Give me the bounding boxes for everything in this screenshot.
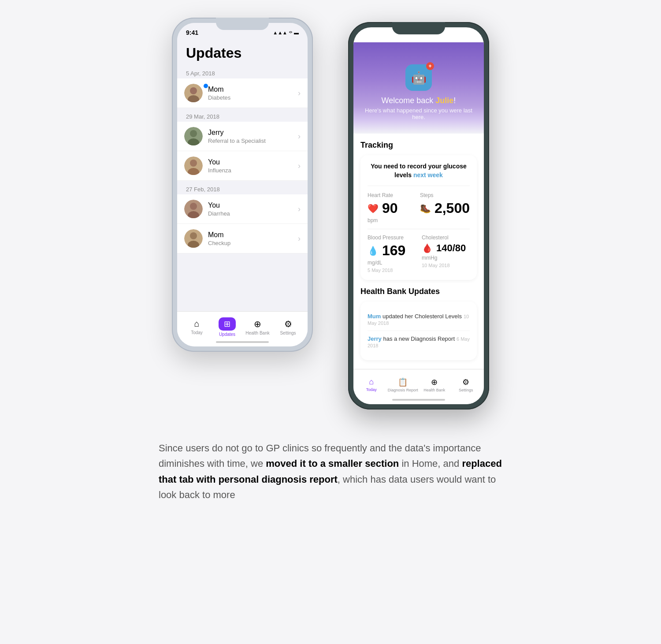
metric-unit-bp: mg/dL: [368, 260, 416, 266]
health-bank-icon-right: ⊕: [431, 377, 438, 387]
welcome-suffix: !: [453, 96, 456, 105]
bot-cross-icon: +: [426, 62, 434, 70]
svg-point-7: [190, 160, 197, 167]
nav-item-updates[interactable]: ⊞ Updates: [212, 317, 242, 337]
item-name-jerry: Jerry: [208, 129, 298, 137]
nav-label-settings-right: Settings: [459, 388, 473, 392]
tracking-section-title: Tracking: [360, 141, 477, 150]
left-status-icons: ▲▲▲ ⌔ ▬: [273, 30, 299, 35]
metric-label-hr: Heart Rate: [368, 192, 414, 198]
steps-icon: 🥾: [420, 203, 431, 214]
metric-label-bp: Blood Pressure: [368, 235, 416, 241]
nav-label-diagnosis: Diagnosis Report: [388, 388, 418, 392]
item-info-jerry: Jerry Referral to a Specialist: [208, 129, 298, 144]
chevron-icon: ›: [298, 132, 301, 141]
health-text-mum: updated her Cholesterol Levels: [381, 313, 462, 320]
item-desc: Diabetes: [208, 94, 298, 101]
description-mid: in Home, and: [399, 458, 462, 469]
health-name-jerry: Jerry: [368, 335, 382, 342]
metric-unit-chol: mmHg: [422, 255, 470, 261]
chevron-icon: ›: [298, 205, 301, 214]
nav-item-settings-left[interactable]: ⚙ Settings: [273, 319, 303, 335]
update-item-mom-diabetes[interactable]: Mom Diabetes ›: [177, 78, 308, 108]
welcome-name: Julie: [435, 96, 453, 105]
item-info-mom-diabetes: Mom Diabetes: [208, 86, 298, 101]
update-item-jerry-referral[interactable]: Jerry Referral to a Specialist ›: [177, 122, 308, 151]
metric-label-chol: Cholesterol: [422, 235, 470, 241]
right-phone-inner: 9:41 ▲▲▲ ⌔ ▬ 🤖 + Welcome back Julie! Her…: [353, 27, 484, 404]
metric-blood-pressure: Blood Pressure 💧 169 mg/dL 5 May 2018: [368, 235, 416, 273]
nav-item-diagnosis[interactable]: 📋 Diagnosis Report: [387, 377, 419, 392]
today-icon-right: ⌂: [369, 377, 374, 387]
date-section-2: 29 Mar, 2018: [177, 108, 308, 122]
svg-point-10: [190, 203, 197, 210]
metric-unit-hr: bpm: [368, 217, 414, 223]
nav-label-updates: Updates: [219, 332, 235, 337]
item-desc-diarrhea: Diarrhea: [208, 210, 298, 217]
item-name: Mom: [208, 86, 298, 93]
health-text-jerry: has a new Diagnosis Report: [382, 335, 455, 342]
metrics-grid: Heart Rate ❤️ 90 bpm Steps 🥾: [368, 192, 470, 223]
item-info-you-diarrhea: You Diarrhea: [208, 201, 298, 217]
settings-icon-right: ⚙: [462, 377, 469, 387]
diagnosis-icon: 📋: [398, 377, 408, 387]
signal-icon-right: ▲▲▲: [449, 34, 464, 40]
metric-value-chol: 140/80: [436, 242, 466, 254]
health-name-mum: Mum: [368, 313, 381, 320]
item-desc-you-influenza: Influenza: [208, 167, 298, 174]
metric-steps: Steps 🥾 2,500: [420, 192, 470, 223]
chevron-icon: ›: [298, 161, 301, 171]
metric-divider: [368, 229, 470, 229]
nav-item-healthbank-left[interactable]: ⊕ Health Bank: [242, 319, 273, 335]
blood-pressure-icon: 💧: [368, 246, 379, 256]
health-bank-icon: ⊕: [254, 319, 261, 329]
right-scroll-area: Tracking You need to record your glucose…: [353, 134, 484, 395]
svg-point-1: [190, 87, 197, 94]
item-name-mom-2: Mom: [208, 231, 298, 239]
metric-date-chol: 10 May 2018: [422, 263, 470, 268]
avatar-you-1: [184, 156, 203, 175]
avatar-mom-1: [184, 84, 203, 102]
updates-icon: ⊞: [224, 319, 230, 329]
settings-icon-left: ⚙: [284, 319, 292, 329]
phones-container: 9:41 ▲▲▲ ⌔ ▬ Updates 5 Apr, 2018: [172, 18, 489, 409]
item-name-you-1: You: [208, 158, 298, 166]
page-title: Updates: [177, 38, 308, 65]
nav-item-settings-right[interactable]: ⚙ Settings: [450, 377, 482, 392]
nav-item-healthbank-right[interactable]: ⊕ Health Bank: [419, 377, 450, 392]
update-item-you-diarrhea[interactable]: You Diarrhea ›: [177, 194, 308, 224]
update-item-you-influenza[interactable]: You Influenza ›: [177, 151, 308, 181]
cholesterol-icon: 🩸: [422, 243, 433, 253]
update-item-mom-checkup[interactable]: Mom Checkup ›: [177, 224, 308, 253]
nav-label-today-right: Today: [366, 387, 377, 392]
avatar-mom-2: [184, 229, 203, 248]
nav-label-healthbank: Health Bank: [245, 331, 269, 335]
health-update-mum[interactable]: Mum updated her Cholesterol Levels10 May…: [368, 309, 470, 331]
welcome-prefix: Welcome back: [382, 96, 436, 105]
updates-active-bg: ⊞: [219, 317, 236, 331]
item-desc-checkup: Checkup: [208, 240, 298, 246]
welcome-sub: Here's what happened since you were last…: [362, 107, 475, 120]
nav-item-today-left[interactable]: ⌂ Today: [182, 319, 212, 335]
metrics-grid-2: Blood Pressure 💧 169 mg/dL 5 May 2018 Ch…: [368, 235, 470, 273]
chevron-icon: ›: [298, 89, 301, 98]
nav-label-settings-left: Settings: [280, 331, 296, 335]
left-status-time: 9:41: [186, 29, 198, 36]
battery-icon-right: ▬: [470, 34, 475, 40]
tracking-alert: You need to record your glucose levels n…: [368, 162, 470, 186]
metric-value-row-hr: ❤️ 90: [368, 200, 414, 216]
unread-dot: [204, 84, 208, 88]
avatar-jerry: [184, 127, 203, 145]
chevron-icon: ›: [298, 234, 301, 243]
nav-label-healthbank-right: Health Bank: [423, 388, 445, 392]
tracking-alert-highlight: next week: [413, 171, 443, 179]
svg-point-4: [190, 130, 197, 137]
bot-face: 🤖: [411, 71, 427, 85]
item-name-you-2: You: [208, 201, 298, 209]
welcome-text: Welcome back Julie!: [362, 96, 475, 105]
health-update-jerry[interactable]: Jerry has a new Diagnosis Report6 May 20…: [368, 331, 470, 353]
svg-point-13: [190, 232, 197, 239]
right-status-time: 9:41: [362, 34, 375, 41]
nav-item-today-right[interactable]: ⌂ Today: [356, 377, 387, 392]
metric-cholesterol: Cholesterol 🩸 140/80 mmHg 10 May 2018: [422, 235, 470, 273]
